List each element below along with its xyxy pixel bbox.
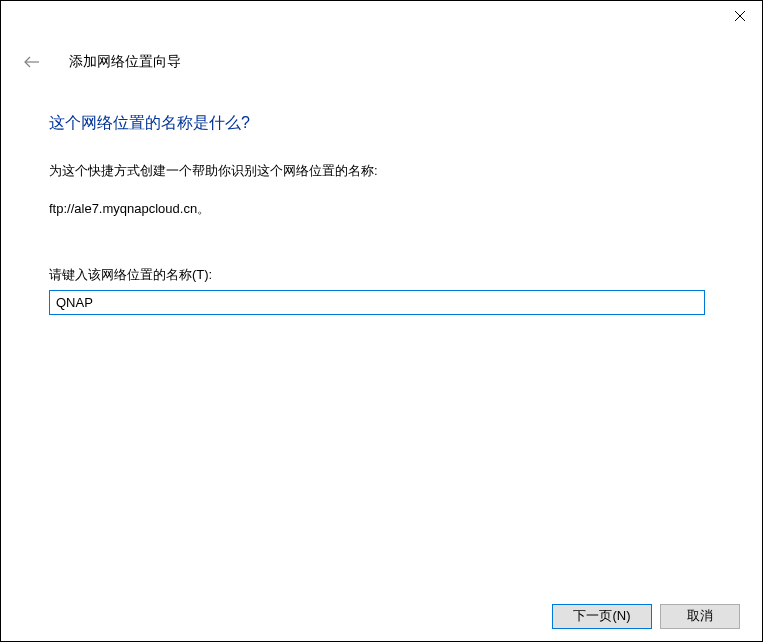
wizard-title: 添加网络位置向导 xyxy=(69,53,181,71)
page-heading: 这个网络位置的名称是什么? xyxy=(49,113,714,134)
close-button[interactable] xyxy=(717,1,762,31)
footer: 下一页(N) 取消 xyxy=(1,591,762,641)
url-text: ftp://ale7.myqnapcloud.cn。 xyxy=(49,200,714,218)
input-label: 请键入该网络位置的名称(T): xyxy=(49,266,714,284)
header-row: 添加网络位置向导 xyxy=(1,31,762,73)
titlebar xyxy=(1,1,762,31)
close-icon xyxy=(734,10,746,22)
arrow-left-icon xyxy=(22,52,42,72)
location-name-input[interactable] xyxy=(49,290,705,315)
next-button[interactable]: 下一页(N) xyxy=(552,604,652,629)
back-button[interactable] xyxy=(21,51,43,73)
description-text: 为这个快捷方式创建一个帮助你识别这个网络位置的名称: xyxy=(49,162,714,180)
content-area: 这个网络位置的名称是什么? 为这个快捷方式创建一个帮助你识别这个网络位置的名称:… xyxy=(1,73,762,315)
cancel-button[interactable]: 取消 xyxy=(660,604,740,629)
